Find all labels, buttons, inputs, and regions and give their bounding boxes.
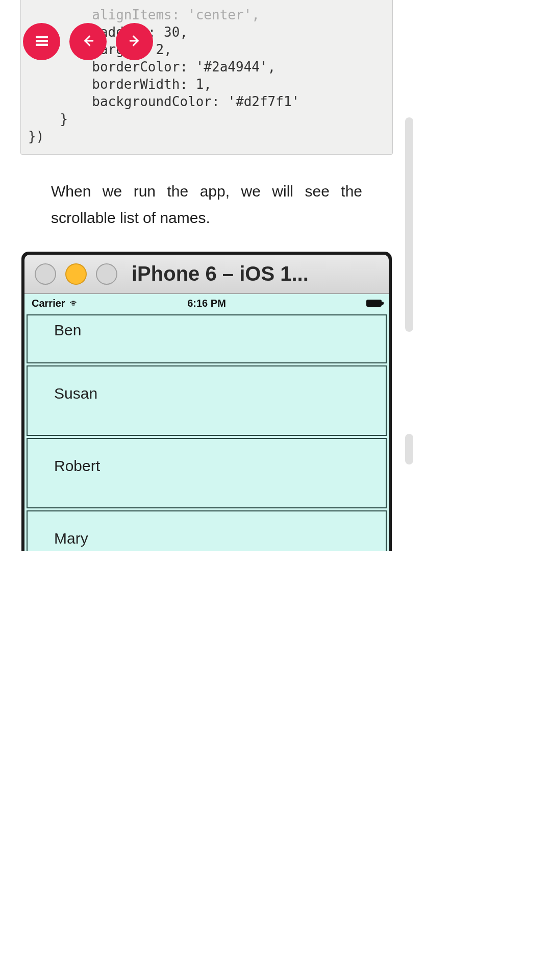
window-zoom-icon[interactable]: [96, 263, 117, 285]
simulator-title: iPhone 6 – iOS 1...: [132, 262, 379, 285]
list-item[interactable]: Susan: [27, 365, 387, 436]
code-line: backgroundColor: '#d2f7f1': [28, 94, 299, 109]
svg-rect-1: [36, 40, 47, 41]
simulator-titlebar: iPhone 6 – iOS 1...: [24, 255, 389, 293]
simulator-screen: Carrier ᯤ 6:16 PM Ben Susan Robert Mary: [24, 293, 389, 551]
body-paragraph: When we run the app, we will see the scr…: [20, 155, 393, 252]
list-item-label: Ben: [54, 322, 81, 338]
status-bar: Carrier ᯤ 6:16 PM: [24, 294, 389, 312]
menu-icon: [34, 33, 49, 51]
code-line: }: [28, 111, 68, 127]
window-minimize-icon[interactable]: [65, 263, 87, 285]
scrollbar-thumb[interactable]: [405, 434, 413, 464]
next-button[interactable]: [116, 23, 153, 60]
simulator-window: iPhone 6 – iOS 1... Carrier ᯤ 6:16 PM Be…: [21, 252, 392, 551]
list-item[interactable]: Robert: [27, 438, 387, 508]
list-item-label: Robert: [54, 457, 100, 474]
wifi-icon: ᯤ: [67, 298, 81, 309]
scrollbar[interactable]: [405, 117, 413, 480]
list-item-label: Mary: [54, 530, 88, 547]
arrow-right-icon: [127, 33, 142, 51]
list-item[interactable]: Mary: [27, 510, 387, 551]
page-content: alignItems: 'center', padding: 30, margi…: [0, 0, 413, 551]
code-line-faded: alignItems: 'center',: [28, 7, 260, 22]
list-item[interactable]: Ben: [27, 314, 387, 363]
floating-nav: [23, 23, 153, 60]
code-line: borderWidth: 1,: [28, 77, 212, 92]
carrier-label: Carrier ᯤ: [32, 298, 80, 309]
list-item-label: Susan: [54, 385, 97, 402]
code-line: }): [28, 129, 44, 144]
menu-button[interactable]: [23, 23, 60, 60]
scrollbar-thumb[interactable]: [405, 117, 413, 332]
prev-button[interactable]: [69, 23, 107, 60]
arrow-left-icon: [81, 33, 96, 51]
code-line: borderColor: '#2a4944',: [28, 59, 276, 75]
window-close-icon[interactable]: [35, 263, 56, 285]
svg-rect-0: [36, 36, 47, 38]
status-time: 6:16 PM: [187, 298, 226, 309]
battery-icon: [366, 298, 382, 309]
svg-rect-2: [36, 44, 47, 45]
